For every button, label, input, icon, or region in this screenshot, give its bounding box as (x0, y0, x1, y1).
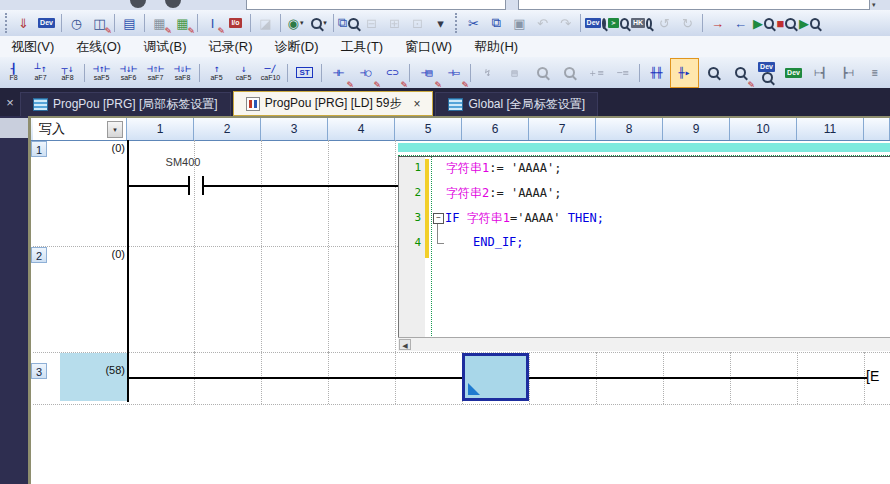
vline-write-icon[interactable]: ┨F8 (0, 59, 27, 87)
cut-icon[interactable]: ✂ (463, 13, 484, 33)
tab-progpou-local-label[interactable]: ProgPou [PRG] [局部标签设置] (20, 92, 231, 116)
monitor-start-icon[interactable]: ▶ (753, 13, 774, 33)
instruction-edit-icon[interactable]: ⊂⊃✎ (379, 59, 406, 87)
selected-grid-cell[interactable] (462, 353, 529, 401)
sync-right-icon[interactable]: ↻ (677, 13, 698, 33)
cross-reference-icon[interactable]: ▦✎ (172, 13, 193, 33)
tab-progpou-ld[interactable]: ProgPou [PRG] [LD] 59步× (233, 91, 434, 116)
convert-all-icon[interactable]: ▤ (501, 59, 528, 87)
device-write-icon[interactable]: ⇓ (13, 13, 34, 33)
paste-icon[interactable]: ▣ (509, 13, 530, 33)
quick-find-combobox[interactable] (246, 0, 506, 10)
delete-row-icon[interactable]: −≡ (609, 59, 636, 87)
pulse-close-contact-icon[interactable]: ⊣↓⊢saF6 (115, 59, 142, 87)
watch-window-icon[interactable]: ◷ (66, 13, 87, 33)
menu-item-3[interactable]: 记录(R) (197, 36, 263, 57)
find-edit-icon[interactable]: ✎ (726, 59, 753, 87)
inline-st-display-icon[interactable]: ╫▸ (670, 58, 699, 88)
line-up-icon[interactable]: ┴↑aF7 (27, 59, 54, 87)
st-box-icon[interactable]: ST (291, 59, 318, 87)
st-code-panel[interactable]: 1字符串1:= 'AAAA';2字符串2:= 'AAAA';3−IF 字符串1=… (398, 156, 890, 338)
word-find-icon[interactable]: HK (631, 13, 652, 33)
menu-item-0[interactable]: 视图(V) (0, 36, 65, 57)
ladder-display-icon[interactable]: ╫╫ (643, 59, 670, 87)
menu-item-1[interactable]: 在线(O) (65, 36, 132, 57)
tab-close-icon[interactable]: × (413, 97, 420, 111)
insert-row-icon[interactable]: ＋≡ (582, 59, 609, 87)
statement-edit-icon[interactable]: ⊣▤✎ (413, 59, 440, 87)
find-device-icon[interactable] (528, 59, 555, 87)
dev-display-icon[interactable]: Dev (753, 59, 780, 87)
st-code-line[interactable]: IF 字符串1='AAAA' THEN; (445, 210, 604, 227)
pou-next-icon[interactable]: ┣⊣ (834, 59, 861, 87)
find-contact-coil-icon[interactable] (699, 59, 726, 87)
menu-item-4[interactable]: 诊断(D) (264, 36, 330, 57)
docked-panel-handle[interactable] (0, 118, 28, 138)
rung-number[interactable]: 3 (31, 363, 47, 379)
monitor-watch-icon[interactable]: ◉▾ (285, 13, 306, 33)
close-pane-icon[interactable]: × (0, 95, 20, 110)
plc-write-icon[interactable]: → (707, 13, 728, 33)
monitor-stop-icon[interactable]: ■ (776, 13, 797, 33)
tab-global-label[interactable]: Global [全局标签设置] (435, 92, 598, 116)
contact-bar-right[interactable] (202, 176, 204, 195)
toolbar-separator (61, 14, 62, 32)
io-check-icon[interactable]: I/o (225, 13, 246, 33)
toolbar-overflow-icon[interactable]: ▾ (430, 13, 451, 33)
pou-prev-icon[interactable]: ⊢┫ (807, 59, 834, 87)
device-find-icon[interactable]: ▾ (308, 13, 329, 33)
lg: ⊣↑⊢ (92, 63, 110, 74)
menu-item-6[interactable]: 窗口(W) (394, 36, 463, 57)
dev-find-icon[interactable]: Dev (585, 13, 606, 33)
invert-result-icon[interactable]: ─∕caF10 (257, 59, 284, 87)
menu-item-2[interactable]: 调试(B) (132, 36, 197, 57)
console-find-icon[interactable]: ＞ (608, 13, 629, 33)
falling-icon[interactable]: ↓caF5 (230, 59, 257, 87)
window-next-icon[interactable]: ⊞ (384, 13, 405, 33)
rung-number[interactable]: 1 (31, 141, 47, 157)
list-top-icon[interactable]: ≣ (861, 59, 888, 87)
st-horizontal-scrollbar[interactable]: ◀ (398, 337, 890, 351)
pulse-open-or-icon[interactable]: ⊣⇑⊢saF7 (142, 59, 169, 87)
combo-dropdown-arrow[interactable]: ▾ (872, 1, 876, 9)
window-dock-icon[interactable]: ⊡ (407, 13, 428, 33)
contact-edit-icon[interactable]: ⊣⊢✎ (325, 59, 352, 87)
find-instruction-icon[interactable] (555, 59, 582, 87)
menu-item-7[interactable]: 帮助(H) (463, 36, 529, 57)
convert-icon[interactable]: ↯ (474, 59, 501, 87)
copy-icon[interactable]: ⧉ (486, 13, 507, 33)
rung-number[interactable]: 2 (31, 247, 47, 263)
window-find-icon[interactable]: ⧉ (338, 13, 359, 33)
dev-jump-icon[interactable]: Dev (780, 59, 807, 87)
redo-icon[interactable]: ↷ (555, 13, 576, 33)
scroll-left-arrow-icon[interactable]: ◀ (399, 339, 411, 350)
pulse-open-contact-icon[interactable]: ⊣↑⊢saF5 (88, 59, 115, 87)
edit-mode-combobox[interactable]: 写入 ▾ (33, 118, 127, 140)
note-edit-icon[interactable]: ⊣▭✎ (440, 59, 467, 87)
st-code-line[interactable]: 字符串2:= 'AAAA'; (446, 185, 562, 202)
glyph: ⊞ (389, 16, 400, 31)
menu-item-5[interactable]: 工具(T) (330, 36, 395, 57)
plc-read-icon[interactable]: ← (730, 13, 751, 33)
window-prev-icon[interactable]: ⊟ (361, 13, 382, 33)
st-code-line[interactable]: 字符串1:= 'AAAA'; (446, 160, 562, 177)
contact-bar-left[interactable] (188, 176, 190, 195)
monitor-run-icon[interactable]: ▶ (799, 13, 820, 33)
coil-edit-icon[interactable]: ⊣○✎ (352, 59, 379, 87)
dev-monitor-icon[interactable]: Dev (36, 13, 57, 33)
st-code-line[interactable]: END_IF; (473, 235, 524, 249)
eraser-icon[interactable]: ◪ (255, 13, 276, 33)
ll: caF5 (236, 74, 252, 82)
line-down-icon[interactable]: ┬↓aF8 (54, 59, 81, 87)
rising-icon[interactable]: ↑aF5 (203, 59, 230, 87)
fold-collapse-icon[interactable]: − (433, 213, 444, 224)
pulse-close-or-icon[interactable]: ⊣⇓⊢saF8 (169, 59, 196, 87)
undo-icon[interactable]: ↶ (532, 13, 553, 33)
sync-left-icon[interactable]: ↺ (654, 13, 675, 33)
statement-list-icon[interactable]: ▦✎ (149, 13, 170, 33)
device-comment-icon[interactable]: I✎ (202, 13, 223, 33)
chevron-down-icon[interactable]: ▾ (107, 121, 123, 138)
device-monitor-edit-icon[interactable]: ◫✎ (89, 13, 110, 33)
quick-entry-field[interactable] (518, 0, 870, 10)
element-selection-icon[interactable]: ▤ (119, 13, 140, 33)
